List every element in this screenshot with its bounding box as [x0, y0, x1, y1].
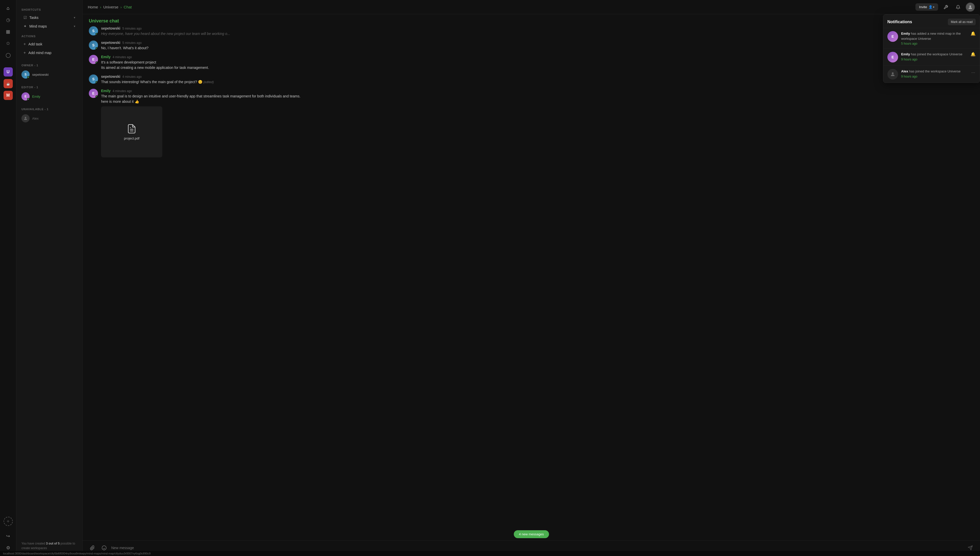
owner-member-name: sepetowski — [32, 73, 49, 76]
sidebar-item-mindmaps[interactable]: ✦ Mind maps ▾ — [18, 22, 80, 31]
home-nav-icon[interactable]: ⌂ — [3, 3, 13, 13]
notif-item-2[interactable]: E Emily has joined the workspace Univers… — [883, 48, 980, 66]
sepetowski-status-dot — [27, 76, 29, 78]
editor-member-name: Emily — [32, 95, 40, 99]
bell-button[interactable] — [954, 3, 963, 12]
notif-menu-button-2[interactable]: ··· — [970, 52, 976, 59]
unavailable-member-name: Alex — [32, 116, 39, 120]
notif-message-1: has added a new mind map in the workspac… — [901, 32, 961, 40]
invite-button[interactable]: Invite 👤+ — [915, 3, 938, 11]
breadcrumb-universe[interactable]: Universe — [104, 5, 118, 9]
editor-section: EDITOR - 1 E Emily — [16, 82, 83, 102]
message-row-0: S sepetowski 5 minutes ago Hey everyone,… — [89, 26, 974, 37]
msg-author-2: Emily — [101, 55, 110, 59]
msg-avatar-0: S — [89, 26, 98, 36]
msg-text-2a: It's a software development project — [101, 60, 974, 65]
svg-point-1 — [25, 117, 26, 118]
notif-body-2: Emily has joined the workspace Universe … — [901, 52, 967, 61]
tasks-label: Tasks — [29, 16, 71, 19]
notif-body-1: Emily has added a new mind map in the wo… — [901, 31, 967, 45]
sidebar-item-tasks[interactable]: ☑ Tasks ▾ — [18, 13, 80, 22]
clock-nav-icon[interactable]: ◷ — [3, 15, 13, 25]
breadcrumb-sep-2: › — [120, 5, 122, 9]
logout-icon[interactable]: ↪ — [3, 531, 13, 541]
star-nav-icon[interactable]: ✩ — [3, 38, 13, 48]
msg-body-4: Emily 4 minutes ago The main goal is to … — [101, 89, 974, 157]
msg-status-0 — [96, 33, 98, 35]
chat-area: Universe chat S sepetowski 5 minutes ago… — [83, 14, 980, 556]
svg-point-2 — [970, 5, 971, 7]
mindmaps-chevron: ▾ — [74, 24, 75, 28]
msg-time-0: 5 minutes ago — [122, 27, 141, 30]
unavailable-title: UNAVAILABLE - 1 — [21, 108, 77, 111]
footer-text: You have created — [21, 542, 46, 545]
chat-title: Universe chat — [83, 14, 980, 26]
topbar-right: Invite 👤+ — [915, 3, 975, 12]
add-task-button[interactable]: + Add task — [18, 40, 80, 48]
invite-icon: 👤+ — [928, 5, 935, 9]
msg-time-4: 4 minutes ago — [113, 89, 132, 93]
notif-text-3: Alex has joined the workspace Universe — [901, 69, 976, 74]
msg-avatar-3: S — [89, 74, 98, 84]
msg-avatar-2: E — [89, 55, 98, 64]
notif-header: Notifications Mark all as read — [883, 15, 980, 28]
message-input[interactable] — [111, 546, 963, 550]
msg-text-1: No, I haven't. What's it about? — [101, 45, 974, 51]
file-attachment[interactable]: project.pdf — [101, 107, 162, 157]
emily-status-dot — [27, 98, 29, 100]
workspace-m-badge[interactable]: M — [3, 91, 13, 100]
mindmaps-label: Mind maps — [29, 24, 71, 28]
notif-item-1[interactable]: E Emily has added a new mind map in the … — [883, 28, 980, 48]
add-mindmap-button[interactable]: + Add mind map — [18, 48, 80, 57]
tasks-icon: ☑ — [23, 15, 27, 20]
unavailable-member-row[interactable]: Alex — [21, 113, 77, 124]
notif-menu-button-3[interactable]: ··· — [970, 70, 976, 76]
notif-item-3[interactable]: Alex has joined the workspace Universe 9… — [883, 66, 980, 82]
person-nav-icon[interactable]: ◯ — [3, 50, 13, 60]
owner-member-row[interactable]: S sepetowski — [21, 69, 77, 80]
status-url: localhost:3000/dashboard/workspace/clty5… — [3, 552, 151, 555]
message-row-2: E Emily 4 minutes ago It's a software de… — [89, 55, 974, 70]
svg-point-10 — [892, 73, 894, 74]
new-messages-badge[interactable]: 4 new messages — [514, 530, 549, 538]
sepetowski-avatar: S — [21, 70, 29, 79]
calendar-nav-icon[interactable]: ▦ — [3, 26, 13, 37]
add-mindmap-label: Add mind map — [28, 51, 75, 55]
mindmaps-icon: ✦ — [23, 24, 27, 29]
alex-avatar-placeholder — [21, 114, 29, 123]
notif-text-1: Emily has added a new mind map in the wo… — [901, 31, 967, 41]
owner-title: OWNER - 1 — [21, 64, 77, 67]
notif-body-3: Alex has joined the workspace Universe 9… — [901, 69, 976, 78]
chat-messages[interactable]: S sepetowski 5 minutes ago Hey everyone,… — [83, 26, 980, 540]
msg-edited-3: (edited) — [203, 80, 214, 84]
message-row-3: S sepetowski 4 minutes ago That sounds i… — [89, 74, 974, 85]
notif-time-3: 9 hours ago — [901, 75, 976, 78]
notif-bell-1: 🔔 — [970, 31, 976, 36]
user-avatar[interactable] — [966, 3, 975, 12]
add-task-plus-icon: + — [23, 42, 26, 47]
breadcrumb-chat[interactable]: Chat — [124, 5, 132, 9]
notif-avatar-1: E — [888, 31, 898, 42]
workspace-java-badge[interactable]: ☕ — [3, 79, 13, 88]
emily-sidebar-avatar: E — [21, 92, 29, 100]
breadcrumb-home[interactable]: Home — [88, 5, 98, 9]
workspace-u-badge[interactable]: U — [3, 67, 13, 76]
breadcrumb: Home › Universe › Chat — [88, 5, 132, 9]
notif-avatar-2: E — [888, 52, 898, 63]
msg-body-3: sepetowski 4 minutes ago That sounds int… — [101, 74, 974, 85]
mark-all-read-button[interactable]: Mark all as read — [948, 19, 976, 25]
tools-button[interactable] — [941, 3, 951, 12]
msg-author-4: Emily — [101, 89, 110, 93]
add-workspace-button[interactable]: + — [3, 517, 13, 526]
notif-time-2: 9 hours ago — [901, 58, 967, 61]
file-pdf-icon — [126, 124, 137, 134]
actions-title: ACTIONS — [16, 35, 83, 38]
notifications-panel: Notifications Mark all as read E Emily h… — [883, 14, 980, 83]
msg-avatar-1: S — [89, 40, 98, 50]
editor-member-row[interactable]: E Emily — [21, 91, 77, 102]
msg-time-2: 4 minutes ago — [113, 55, 132, 59]
editor-title: EDITOR - 1 — [21, 86, 77, 89]
msg-author-0: sepetowski — [101, 26, 120, 30]
msg-time-1: 5 minutes ago — [122, 41, 141, 45]
svg-point-5 — [102, 546, 107, 550]
